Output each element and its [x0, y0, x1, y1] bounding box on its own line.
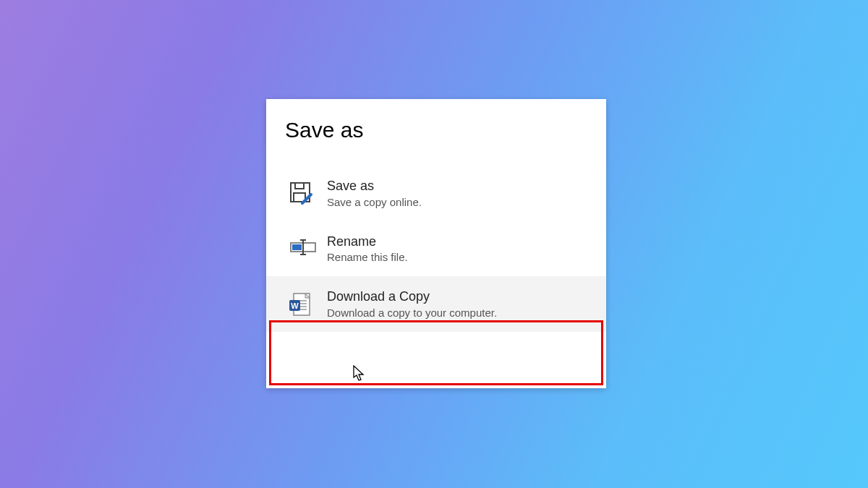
- panel-title: Save as: [266, 99, 606, 142]
- rename-icon: [289, 234, 327, 257]
- background-gradient: Save as Save as Save a copy onli: [0, 0, 868, 488]
- save-as-icon: [289, 179, 327, 206]
- svg-rect-1: [295, 183, 304, 189]
- word-document-icon: W: [289, 289, 327, 317]
- menu-item-subtitle: Save a copy online.: [327, 196, 592, 208]
- svg-rect-6: [292, 244, 302, 250]
- menu-item-title: Rename: [327, 234, 592, 250]
- svg-marker-18: [354, 366, 363, 380]
- menu-item-subtitle: Download a copy to your computer.: [327, 307, 592, 319]
- cursor-pointer-icon: [353, 365, 366, 382]
- svg-text:W: W: [291, 301, 299, 310]
- menu-item-title: Save as: [327, 179, 592, 194]
- save-as-panel: Save as Save as Save a copy onli: [266, 99, 606, 388]
- menu-items-list: Save as Save a copy online. Rename: [266, 166, 606, 332]
- menu-item-save-as[interactable]: Save as Save a copy online.: [266, 166, 606, 221]
- menu-item-title: Download a Copy: [327, 289, 592, 305]
- menu-item-subtitle: Rename this file.: [327, 251, 592, 263]
- menu-item-download-copy[interactable]: W Download a Copy Download a copy to you…: [266, 276, 606, 332]
- menu-item-rename[interactable]: Rename Rename this file.: [266, 221, 606, 277]
